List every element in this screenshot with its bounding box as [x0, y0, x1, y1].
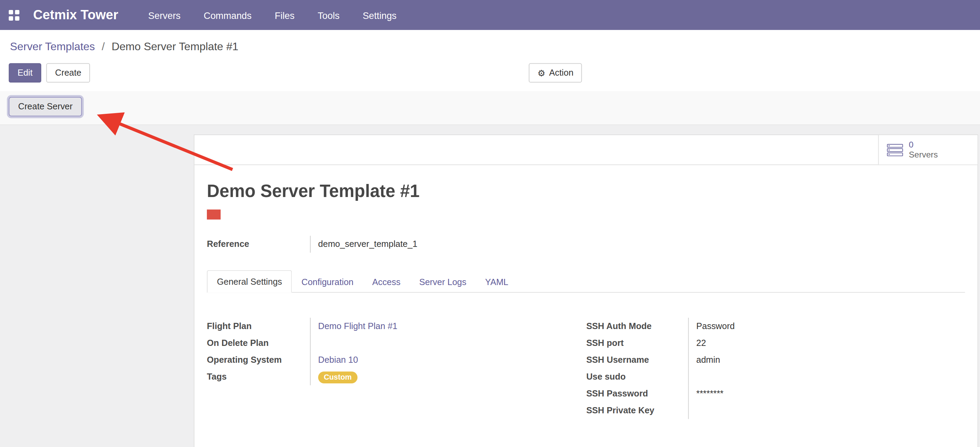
create-button[interactable]: Create	[46, 63, 90, 83]
flight-plan-label: Flight Plan	[207, 318, 310, 335]
breadcrumb: Server Templates / Demo Server Template …	[10, 40, 971, 53]
menu-item-commands[interactable]: Commands	[202, 7, 253, 23]
reference-label: Reference	[207, 236, 310, 253]
menu-item-tools[interactable]: Tools	[317, 7, 341, 23]
field-ssh-username: SSH Username admin	[586, 351, 966, 368]
edit-button[interactable]: Edit	[9, 63, 41, 83]
ssh-private-key-label: SSH Private Key	[586, 402, 688, 419]
servers-stat-value: 0	[909, 140, 938, 150]
field-ssh-password: SSH Password ********	[586, 385, 966, 402]
flight-plan-value-link[interactable]: Demo Flight Plan #1	[318, 321, 398, 331]
servers-stat-button[interactable]: 0 Servers	[878, 135, 978, 164]
button-row: Edit Create ⚙ Action	[9, 63, 971, 83]
field-use-sudo: Use sudo	[586, 368, 966, 385]
main-menu: Servers Commands Files Tools Settings	[147, 7, 398, 23]
server-stack-icon	[887, 144, 903, 156]
record-sheet: 0 Servers Demo Server Template #1 Refere…	[194, 134, 978, 447]
ssh-auth-mode-value: Password	[688, 318, 966, 335]
action-button[interactable]: ⚙ Action	[529, 63, 582, 83]
reference-value: demo_server_template_1	[310, 236, 965, 253]
notebook-tabs: General Settings Configuration Access Se…	[207, 270, 965, 293]
ssh-password-value: ********	[688, 385, 966, 402]
field-tags: Tags Custom	[207, 368, 563, 385]
tags-label: Tags	[207, 368, 310, 385]
field-group-right: SSH Auth Mode Password SSH port 22 SSH U…	[586, 318, 966, 419]
breadcrumb-current: Demo Server Template #1	[112, 40, 239, 52]
main-content: 0 Servers Demo Server Template #1 Refere…	[0, 125, 980, 447]
action-strip: Create Server	[0, 91, 980, 125]
apps-grid-icon[interactable]	[9, 10, 19, 20]
app-brand[interactable]: Cetmix Tower	[33, 8, 118, 23]
operating-system-value-link[interactable]: Debian 10	[318, 354, 358, 364]
ssh-auth-mode-label: SSH Auth Mode	[586, 318, 688, 335]
menu-item-servers[interactable]: Servers	[147, 7, 182, 23]
gear-icon: ⚙	[538, 69, 545, 77]
on-delete-plan-label: On Delete Plan	[207, 335, 310, 351]
field-ssh-auth-mode: SSH Auth Mode Password	[586, 318, 966, 335]
menu-item-files[interactable]: Files	[274, 7, 296, 23]
field-groups: Flight Plan Demo Flight Plan #1 On Delet…	[207, 318, 965, 419]
ssh-port-value: 22	[688, 335, 966, 351]
tag-custom: Custom	[318, 371, 357, 383]
field-operating-system: Operating System Debian 10	[207, 351, 563, 368]
page: Cetmix Tower Servers Commands Files Tool…	[0, 0, 980, 447]
tab-access[interactable]: Access	[363, 271, 410, 293]
operating-system-label: Operating System	[207, 351, 310, 368]
field-flight-plan: Flight Plan Demo Flight Plan #1	[207, 318, 563, 335]
action-button-label: Action	[549, 67, 573, 78]
color-swatch[interactable]	[207, 209, 221, 219]
create-server-button[interactable]: Create Server	[9, 97, 82, 116]
tab-configuration[interactable]: Configuration	[292, 271, 363, 293]
tab-general-settings[interactable]: General Settings	[207, 270, 292, 293]
field-ssh-port: SSH port 22	[586, 335, 966, 351]
field-group-left: Flight Plan Demo Flight Plan #1 On Delet…	[207, 318, 563, 419]
sheet-top-bar: 0 Servers	[194, 135, 978, 165]
field-on-delete-plan: On Delete Plan	[207, 335, 563, 351]
use-sudo-value	[688, 368, 966, 385]
breadcrumb-separator: /	[102, 40, 105, 52]
record-title: Demo Server Template #1	[207, 181, 965, 201]
servers-stat-label: Servers	[909, 150, 938, 160]
ssh-private-key-value	[688, 402, 966, 419]
ssh-username-label: SSH Username	[586, 351, 688, 368]
ssh-password-label: SSH Password	[586, 385, 688, 402]
ssh-port-label: SSH port	[586, 335, 688, 351]
control-panel: Server Templates / Demo Server Template …	[0, 30, 980, 91]
field-ssh-private-key: SSH Private Key	[586, 402, 966, 419]
on-delete-plan-value	[310, 335, 563, 351]
tab-yaml[interactable]: YAML	[476, 271, 518, 293]
tab-server-logs[interactable]: Server Logs	[410, 271, 476, 293]
reference-field: Reference demo_server_template_1	[207, 236, 965, 253]
top-navbar: Cetmix Tower Servers Commands Files Tool…	[0, 0, 980, 30]
use-sudo-label: Use sudo	[586, 368, 688, 385]
sheet-body: Demo Server Template #1 Reference demo_s…	[194, 165, 978, 438]
breadcrumb-parent-link[interactable]: Server Templates	[10, 40, 95, 52]
ssh-username-value: admin	[688, 351, 966, 368]
menu-item-settings[interactable]: Settings	[361, 7, 398, 23]
